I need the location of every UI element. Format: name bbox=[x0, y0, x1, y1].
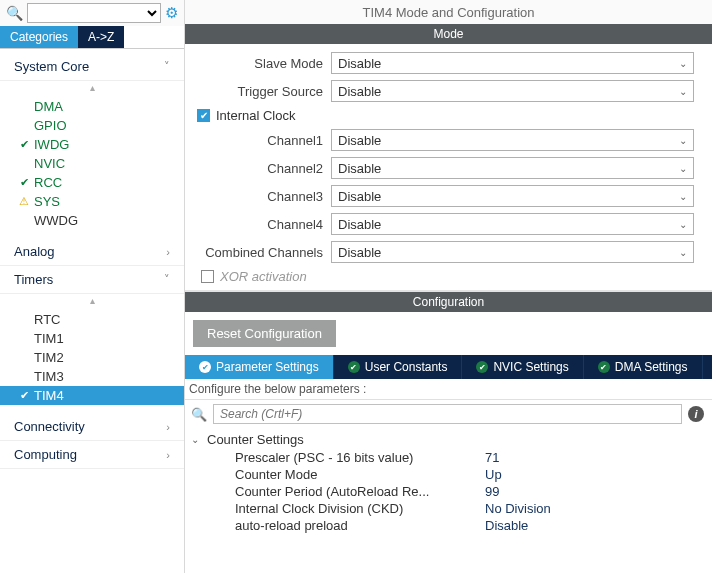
slave-mode-label: Slave Mode bbox=[197, 56, 327, 71]
configure-hint: Configure the below parameters : bbox=[185, 379, 712, 400]
sidebar-item-label: DMA bbox=[34, 99, 63, 114]
chevron-down-icon: ⌄ bbox=[679, 135, 687, 146]
channel4-label: Channel4 bbox=[197, 217, 327, 232]
param-search-row: 🔍 i bbox=[185, 400, 712, 426]
chevron-down-icon: ⌄ bbox=[679, 86, 687, 97]
category-computing[interactable]: Computing › bbox=[0, 441, 184, 469]
param-row[interactable]: Counter Period (AutoReload Re...99 bbox=[191, 483, 712, 500]
sidebar-item-label: TIM4 bbox=[34, 388, 64, 403]
parameter-tree: ⌄ Counter Settings Prescaler (PSC - 16 b… bbox=[185, 426, 712, 534]
param-name: Internal Clock Division (CKD) bbox=[235, 501, 485, 516]
param-name: Counter Period (AutoReload Re... bbox=[235, 484, 485, 499]
sidebar-item-dma[interactable]: DMA bbox=[0, 97, 184, 116]
param-value: 71 bbox=[485, 450, 712, 465]
sidebar-item-sys[interactable]: ⚠SYS bbox=[0, 192, 184, 211]
category-label: Analog bbox=[14, 244, 54, 259]
subtab-label: User Constants bbox=[365, 360, 448, 374]
configuration-bar: Configuration bbox=[185, 292, 712, 312]
category-list: System Core ˅ ▴ DMA GPIO ✔IWDG NVIC ✔RCC… bbox=[0, 49, 184, 573]
mode-form: Slave Mode Disable⌄ Trigger Source Disab… bbox=[185, 44, 712, 290]
category-connectivity[interactable]: Connectivity › bbox=[0, 413, 184, 441]
category-label: Computing bbox=[14, 447, 77, 462]
check-icon: ✔ bbox=[598, 361, 610, 373]
tab-parameter-settings[interactable]: ✔Parameter Settings bbox=[185, 355, 334, 379]
category-analog[interactable]: Analog › bbox=[0, 238, 184, 266]
chevron-down-icon: ⌄ bbox=[679, 219, 687, 230]
sidebar-item-label: NVIC bbox=[34, 156, 65, 171]
tab-categories[interactable]: Categories bbox=[0, 26, 78, 48]
channel3-select[interactable]: Disable⌄ bbox=[331, 185, 694, 207]
trigger-source-label: Trigger Source bbox=[197, 84, 327, 99]
tab-az[interactable]: A->Z bbox=[78, 26, 124, 48]
internal-clock-checkbox[interactable]: ✔ bbox=[197, 109, 210, 122]
chevron-right-icon: › bbox=[166, 449, 170, 461]
sidebar-item-rcc[interactable]: ✔RCC bbox=[0, 173, 184, 192]
trigger-source-select[interactable]: Disable⌄ bbox=[331, 80, 694, 102]
combined-channels-label: Combined Channels bbox=[197, 245, 327, 260]
category-system-core[interactable]: System Core ˅ bbox=[0, 53, 184, 81]
channel3-label: Channel3 bbox=[197, 189, 327, 204]
chevron-down-icon: ⌄ bbox=[679, 58, 687, 69]
chevron-down-icon: ⌄ bbox=[679, 191, 687, 202]
tab-dma-settings[interactable]: ✔DMA Settings bbox=[584, 355, 703, 379]
param-value: 99 bbox=[485, 484, 712, 499]
reset-row: Reset Configuration bbox=[185, 312, 712, 355]
internal-clock-label: Internal Clock bbox=[216, 108, 295, 123]
sidebar-item-tim3[interactable]: TIM3 bbox=[0, 367, 184, 386]
sidebar-item-rtc[interactable]: RTC bbox=[0, 310, 184, 329]
tab-user-constants[interactable]: ✔User Constants bbox=[334, 355, 463, 379]
select-value: Disable bbox=[338, 189, 381, 204]
config-subtabs: ✔Parameter Settings ✔User Constants ✔NVI… bbox=[185, 355, 712, 379]
panel-title: TIM4 Mode and Configuration bbox=[185, 0, 712, 24]
channel1-label: Channel1 bbox=[197, 133, 327, 148]
param-row[interactable]: Counter ModeUp bbox=[191, 466, 712, 483]
collapse-handle[interactable]: ▴ bbox=[0, 294, 184, 310]
channel2-label: Channel2 bbox=[197, 161, 327, 176]
param-value: No Division bbox=[485, 501, 712, 516]
tree-group-counter-settings[interactable]: ⌄ Counter Settings bbox=[191, 430, 712, 449]
info-icon[interactable]: i bbox=[688, 406, 704, 422]
select-value: Disable bbox=[338, 56, 381, 71]
sidebar-search-select[interactable] bbox=[27, 3, 161, 23]
sidebar-item-label: WWDG bbox=[34, 213, 78, 228]
select-value: Disable bbox=[338, 161, 381, 176]
sidebar-item-nvic[interactable]: NVIC bbox=[0, 154, 184, 173]
config-panel: TIM4 Mode and Configuration Mode Slave M… bbox=[185, 0, 712, 573]
subtab-label: Parameter Settings bbox=[216, 360, 319, 374]
sidebar-item-tim2[interactable]: TIM2 bbox=[0, 348, 184, 367]
xor-checkbox[interactable] bbox=[201, 270, 214, 283]
chevron-right-icon: › bbox=[166, 421, 170, 433]
chevron-down-icon: ⌄ bbox=[191, 434, 203, 445]
param-row[interactable]: Internal Clock Division (CKD)No Division bbox=[191, 500, 712, 517]
sidebar-item-wwdg[interactable]: WWDG bbox=[0, 211, 184, 230]
sidebar-item-label: TIM1 bbox=[34, 331, 64, 346]
param-value: Disable bbox=[485, 518, 712, 533]
slave-mode-select[interactable]: Disable⌄ bbox=[331, 52, 694, 74]
subtab-label: NVIC Settings bbox=[493, 360, 568, 374]
reset-configuration-button[interactable]: Reset Configuration bbox=[193, 320, 336, 347]
xor-checkbox-row: XOR activation bbox=[197, 269, 694, 284]
category-timers[interactable]: Timers ˅ bbox=[0, 266, 184, 294]
sidebar-search-row: 🔍 ⚙ bbox=[0, 0, 184, 26]
tree-group-label: Counter Settings bbox=[207, 432, 304, 447]
channel2-select[interactable]: Disable⌄ bbox=[331, 157, 694, 179]
sidebar-item-iwdg[interactable]: ✔IWDG bbox=[0, 135, 184, 154]
tab-nvic-settings[interactable]: ✔NVIC Settings bbox=[462, 355, 583, 379]
sidebar-item-gpio[interactable]: GPIO bbox=[0, 116, 184, 135]
gear-icon[interactable]: ⚙ bbox=[165, 4, 178, 22]
category-label: Timers bbox=[14, 272, 53, 287]
subtab-label: DMA Settings bbox=[615, 360, 688, 374]
chevron-down-icon: ⌄ bbox=[679, 247, 687, 258]
combined-channels-select[interactable]: Disable⌄ bbox=[331, 241, 694, 263]
channel1-select[interactable]: Disable⌄ bbox=[331, 129, 694, 151]
channel4-select[interactable]: Disable⌄ bbox=[331, 213, 694, 235]
param-search-input[interactable] bbox=[213, 404, 682, 424]
collapse-handle[interactable]: ▴ bbox=[0, 81, 184, 97]
select-value: Disable bbox=[338, 133, 381, 148]
sidebar-item-tim4[interactable]: ✔TIM4 bbox=[0, 386, 184, 405]
sidebar: 🔍 ⚙ Categories A->Z System Core ˅ ▴ DMA … bbox=[0, 0, 185, 573]
chevron-down-icon: ˅ bbox=[164, 60, 170, 73]
param-row[interactable]: Prescaler (PSC - 16 bits value)71 bbox=[191, 449, 712, 466]
param-row[interactable]: auto-reload preloadDisable bbox=[191, 517, 712, 534]
sidebar-item-tim1[interactable]: TIM1 bbox=[0, 329, 184, 348]
